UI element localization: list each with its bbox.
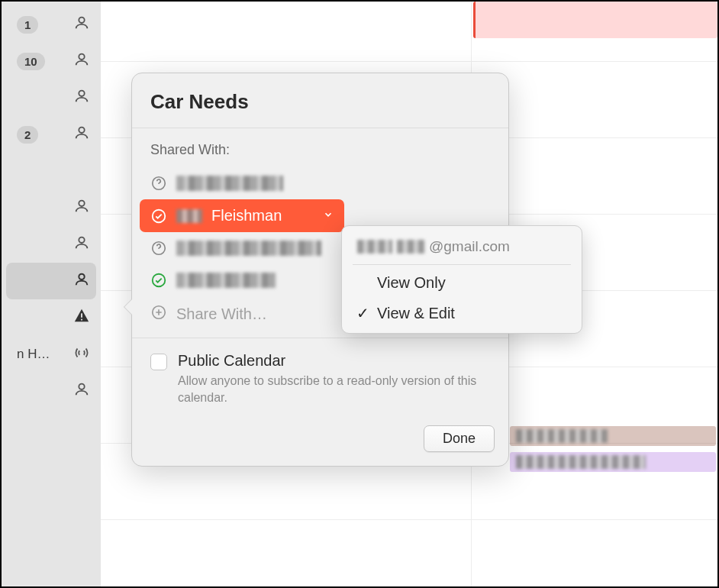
person-icon bbox=[73, 234, 90, 254]
public-calendar-description: Allow anyone to subscribe to a read-only… bbox=[178, 373, 483, 405]
email-domain: @gmail.com bbox=[429, 238, 510, 255]
count-badge: 10 bbox=[17, 53, 45, 70]
sidebar-item-label: n H… bbox=[17, 347, 50, 362]
email-redacted bbox=[357, 240, 392, 254]
calendar-event[interactable] bbox=[510, 426, 716, 446]
svg-rect-8 bbox=[81, 319, 82, 321]
warning-icon bbox=[73, 308, 90, 328]
menu-item-view-only[interactable]: View Only bbox=[342, 268, 582, 298]
sidebar-item[interactable] bbox=[2, 226, 101, 263]
sharee-name-redacted bbox=[176, 273, 276, 288]
svg-point-5 bbox=[79, 237, 84, 243]
sidebar-item[interactable] bbox=[2, 189, 101, 226]
menu-item-view-edit[interactable]: ✓ View & Edit bbox=[342, 298, 582, 328]
broadcast-icon bbox=[73, 344, 90, 364]
sidebar-item[interactable] bbox=[2, 79, 101, 116]
question-icon bbox=[150, 240, 167, 257]
person-icon bbox=[73, 124, 90, 144]
plus-circle-icon bbox=[150, 304, 167, 324]
svg-point-3 bbox=[79, 128, 84, 133]
public-calendar-section: Public Calendar Allow anyone to subscrib… bbox=[132, 338, 508, 419]
sidebar-item[interactable] bbox=[2, 373, 101, 409]
sidebar-item[interactable]: 10 bbox=[2, 43, 101, 79]
sharee-name-redacted bbox=[176, 176, 283, 191]
svg-point-6 bbox=[79, 274, 84, 279]
svg-point-0 bbox=[79, 18, 84, 23]
svg-point-9 bbox=[79, 384, 84, 389]
person-icon bbox=[73, 381, 90, 401]
menu-item-label: View & Edit bbox=[377, 305, 455, 322]
count-badge: 2 bbox=[17, 126, 38, 144]
popover-title: Car Needs bbox=[132, 73, 508, 128]
public-calendar-checkbox[interactable] bbox=[150, 354, 167, 370]
svg-rect-7 bbox=[81, 313, 82, 318]
share-with-placeholder: Share With… bbox=[176, 305, 267, 323]
sidebar-item[interactable] bbox=[2, 299, 101, 336]
sidebar-item[interactable]: n H… bbox=[2, 336, 101, 373]
person-icon bbox=[73, 88, 90, 108]
check-circle-icon bbox=[150, 208, 167, 225]
calendar-event[interactable] bbox=[473, 2, 717, 38]
person-icon bbox=[73, 51, 90, 71]
public-calendar-label: Public Calendar bbox=[178, 352, 483, 370]
check-circle-icon bbox=[150, 272, 167, 289]
menu-divider bbox=[353, 264, 571, 265]
sharee-name-redacted bbox=[176, 241, 321, 256]
svg-point-1 bbox=[79, 54, 84, 60]
popover-footer: Done bbox=[132, 419, 508, 466]
svg-point-13 bbox=[153, 274, 166, 287]
shared-with-label: Shared With: bbox=[132, 128, 508, 164]
email-redacted bbox=[397, 240, 424, 254]
sharee-name: Fleishman bbox=[211, 207, 282, 225]
done-button[interactable]: Done bbox=[424, 425, 495, 452]
menu-email-header: @gmail.com bbox=[342, 231, 582, 261]
permission-menu: @gmail.com View Only ✓ View & Edit bbox=[341, 225, 582, 334]
sidebar-item[interactable]: 1 bbox=[2, 6, 101, 43]
sharee-row[interactable] bbox=[132, 167, 508, 199]
person-icon bbox=[73, 15, 90, 34]
sharee-name-redacted-prefix bbox=[176, 209, 202, 223]
check-icon: ✓ bbox=[356, 304, 369, 322]
sidebar-item-empty bbox=[2, 153, 101, 189]
sidebar-item-selected[interactable] bbox=[6, 263, 96, 299]
calendar-event[interactable] bbox=[510, 452, 716, 472]
sharee-row-selected[interactable]: Fleishman bbox=[140, 199, 344, 232]
svg-point-2 bbox=[79, 91, 84, 96]
person-icon bbox=[73, 271, 90, 291]
chevron-down-icon bbox=[323, 209, 334, 223]
menu-item-label: View Only bbox=[377, 274, 446, 292]
svg-point-4 bbox=[79, 201, 84, 206]
sidebar-item[interactable]: 2 bbox=[2, 116, 101, 153]
person-icon bbox=[73, 198, 90, 218]
sidebar: 1 10 2 bbox=[2, 2, 101, 586]
count-badge: 1 bbox=[17, 16, 38, 34]
question-icon bbox=[150, 175, 167, 192]
svg-point-11 bbox=[153, 209, 166, 222]
